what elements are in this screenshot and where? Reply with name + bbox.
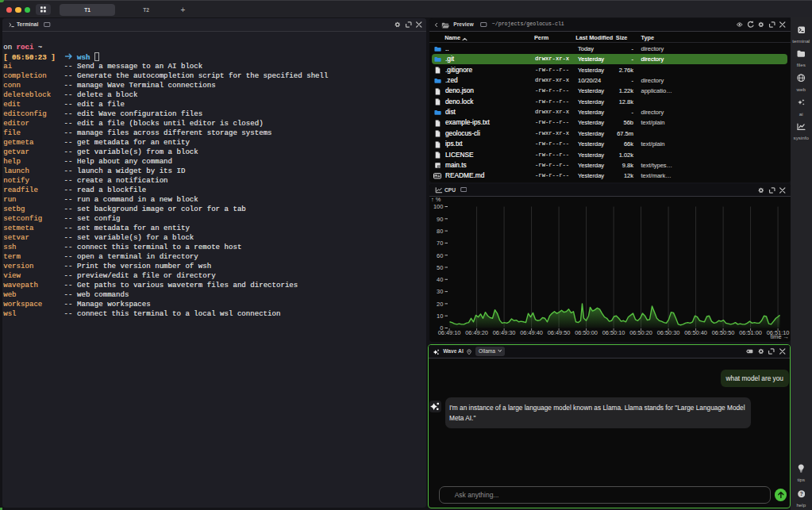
svg-text:30: 30 (437, 288, 443, 295)
svg-text:40: 40 (437, 276, 443, 283)
svg-text:06:50:50: 06:50:50 (711, 329, 734, 336)
svg-text:20: 20 (437, 300, 443, 307)
svg-text:100: 100 (433, 203, 442, 210)
svg-text:06:49:30: 06:49:30 (492, 329, 515, 336)
svg-text:06:50:10: 06:50:10 (602, 329, 625, 336)
svg-text:06:50:30: 06:50:30 (656, 329, 679, 336)
svg-text:06:51:00: 06:51:00 (739, 329, 762, 336)
svg-text:?: ? (799, 491, 802, 497)
svg-text:06:50:20: 06:50:20 (629, 329, 652, 336)
svg-text:06:49:50: 06:49:50 (547, 329, 570, 336)
svg-text:80: 80 (437, 228, 443, 235)
svg-text:06:49:20: 06:49:20 (465, 329, 488, 336)
svg-text:06:49:40: 06:49:40 (520, 329, 543, 336)
svg-text:70: 70 (437, 240, 443, 247)
svg-text:06:50:40: 06:50:40 (684, 329, 707, 336)
svg-text:90: 90 (437, 215, 443, 222)
svg-text:0: 0 (440, 324, 443, 332)
svg-text:06:50:00: 06:50:00 (575, 329, 598, 336)
svg-text:60: 60 (437, 251, 443, 259)
svg-text:↑ %: ↑ % (431, 195, 441, 202)
svg-text:50: 50 (437, 263, 443, 270)
svg-text:10: 10 (437, 313, 443, 320)
svg-text:time →: time → (770, 333, 788, 340)
